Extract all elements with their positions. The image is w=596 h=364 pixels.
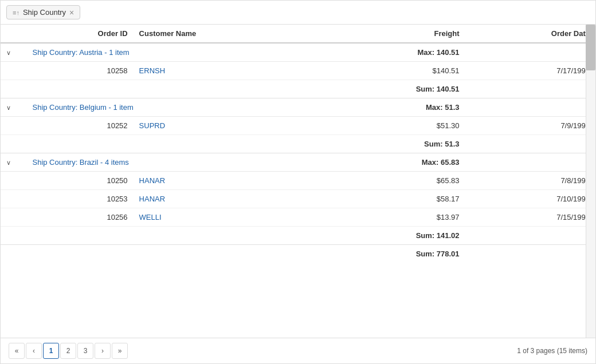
page-last-button[interactable]: » <box>112 343 128 359</box>
sum-orderdate-2 <box>465 227 595 245</box>
sum-row-0: Sum: 140.51 <box>1 80 595 98</box>
row-orderid-2-0: 10250 <box>26 172 133 190</box>
pagination-bar: « ‹ 1 2 3 › » 1 of 3 pages (15 items) <box>1 338 595 363</box>
grand-total-row: Sum: 778.01 <box>1 245 595 263</box>
table-wrapper: Order ID Customer Name Freight Order Dat… <box>1 25 595 338</box>
page-container: ≡↑ Ship Country × Order ID Cust <box>0 0 596 364</box>
page-2-button[interactable]: 2 <box>60 343 76 359</box>
header-custname: Customer Name <box>134 25 323 43</box>
data-row-1-0: 10252 SUPRD $51.30 7/9/1996 <box>1 117 595 135</box>
sum-row-1: Sum: 51.3 <box>1 135 595 153</box>
row-expand-2-2 <box>1 208 26 227</box>
page-prev-button[interactable]: ‹ <box>26 343 42 359</box>
row-freight-1-0: $51.30 <box>323 117 465 135</box>
group-chevron-0[interactable]: ∨ <box>6 49 11 57</box>
data-row-2-2: 10256 WELLI $13.97 7/15/1996 <box>1 208 595 227</box>
header-freight: Freight <box>323 25 465 43</box>
page-nav: « ‹ 1 2 3 › » <box>9 343 128 359</box>
group-header-0: ∨ Ship Country: Austria - 1 item Max: 14… <box>1 43 595 62</box>
row-expand-0-0 <box>1 62 26 80</box>
group-orderdate-2 <box>465 153 595 172</box>
sum-expand-1 <box>1 135 26 153</box>
data-row-2-0: 10250 HANAR $65.83 7/8/1996 <box>1 172 595 190</box>
row-custname-0-0: ERNSH <box>134 62 323 80</box>
group-label-1: Ship Country: Belgium - 1 item <box>26 98 323 117</box>
data-row-0-0: 10258 ERNSH $140.51 7/17/1996 <box>1 62 595 80</box>
row-orderid-2-1: 10253 <box>26 190 133 208</box>
grandtotal-custname <box>134 245 323 263</box>
grandtotal-orderid <box>26 245 133 263</box>
grandtotal-freight: Sum: 778.01 <box>323 245 465 263</box>
group-chevron-cell-1[interactable]: ∨ <box>1 98 26 117</box>
row-custname-2-2: WELLI <box>134 208 323 227</box>
page-info: 1 of 3 pages (15 items) <box>517 347 587 355</box>
row-orderid-2-2: 10256 <box>26 208 133 227</box>
row-orderdate-1-0: 7/9/1996 <box>465 117 595 135</box>
chip-close-button[interactable]: × <box>69 9 74 17</box>
data-table: Order ID Customer Name Freight Order Dat… <box>1 25 595 263</box>
sum-custname-2 <box>134 227 323 245</box>
page-1-button[interactable]: 1 <box>43 343 59 359</box>
table-header: Order ID Customer Name Freight Order Dat… <box>1 25 595 43</box>
table-scroll[interactable]: Order ID Customer Name Freight Order Dat… <box>1 25 595 338</box>
sum-custname-0 <box>134 80 323 98</box>
row-orderid-0-0: 10258 <box>26 62 133 80</box>
group-chevron-cell-0[interactable]: ∨ <box>1 43 26 62</box>
group-label-2: Ship Country: Brazil - 4 items <box>26 153 323 172</box>
group-freight-summary-1: Max: 51.3 <box>323 98 465 117</box>
filter-icon: ≡↑ <box>13 9 19 16</box>
sum-orderid-2 <box>26 227 133 245</box>
sum-orderid-1 <box>26 135 133 153</box>
group-freight-summary-0: Max: 140.51 <box>323 43 465 62</box>
sum-freight-2: Sum: 141.02 <box>323 227 465 245</box>
header-orderid: Order ID <box>26 25 133 43</box>
sum-freight-1: Sum: 51.3 <box>323 135 465 153</box>
sum-freight-0: Sum: 140.51 <box>323 80 465 98</box>
row-orderid-1-0: 10252 <box>26 117 133 135</box>
page-first-button[interactable]: « <box>9 343 25 359</box>
row-freight-0-0: $140.51 <box>323 62 465 80</box>
sum-expand-0 <box>1 80 26 98</box>
sum-orderdate-1 <box>465 135 595 153</box>
page-next-button[interactable]: › <box>95 343 111 359</box>
group-orderdate-1 <box>465 98 595 117</box>
grandtotal-expand <box>1 245 26 263</box>
group-orderdate-0 <box>465 43 595 62</box>
sum-orderdate-0 <box>465 80 595 98</box>
row-orderdate-2-0: 7/8/1996 <box>465 172 595 190</box>
group-chevron-2[interactable]: ∨ <box>6 159 11 167</box>
sum-custname-1 <box>134 135 323 153</box>
scrollbar-track[interactable] <box>586 25 595 338</box>
row-orderdate-0-0: 7/17/1996 <box>465 62 595 80</box>
group-header-2: ∨ Ship Country: Brazil - 4 items Max: 65… <box>1 153 595 172</box>
grandtotal-orderdate <box>465 245 595 263</box>
row-expand-2-1 <box>1 190 26 208</box>
header-expand <box>1 25 26 43</box>
row-freight-2-0: $65.83 <box>323 172 465 190</box>
group-chevron-cell-2[interactable]: ∨ <box>1 153 26 172</box>
row-expand-2-0 <box>1 172 26 190</box>
group-chevron-1[interactable]: ∨ <box>6 104 11 112</box>
group-header-1: ∨ Ship Country: Belgium - 1 item Max: 51… <box>1 98 595 117</box>
chip-bar: ≡↑ Ship Country × <box>1 1 595 25</box>
group-freight-summary-2: Max: 65.83 <box>323 153 465 172</box>
row-custname-2-0: HANAR <box>134 172 323 190</box>
page-3-button[interactable]: 3 <box>77 343 93 359</box>
row-custname-1-0: SUPRD <box>134 117 323 135</box>
group-label-0: Ship Country: Austria - 1 item <box>26 43 323 62</box>
sum-orderid-0 <box>26 80 133 98</box>
row-freight-2-2: $13.97 <box>323 208 465 227</box>
row-freight-2-1: $58.17 <box>323 190 465 208</box>
sum-expand-2 <box>1 227 26 245</box>
row-expand-1-0 <box>1 117 26 135</box>
table-body: ∨ Ship Country: Austria - 1 item Max: 14… <box>1 43 595 263</box>
row-orderdate-2-1: 7/10/1996 <box>465 190 595 208</box>
sum-row-2: Sum: 141.02 <box>1 227 595 245</box>
row-orderdate-2-2: 7/15/1996 <box>465 208 595 227</box>
scrollbar-thumb[interactable] <box>586 25 595 70</box>
header-orderdate: Order Date <box>465 25 595 43</box>
data-row-2-1: 10253 HANAR $58.17 7/10/1996 <box>1 190 595 208</box>
chip-label: Ship Country <box>23 8 66 17</box>
row-custname-2-1: HANAR <box>134 190 323 208</box>
group-chip[interactable]: ≡↑ Ship Country × <box>6 5 80 19</box>
